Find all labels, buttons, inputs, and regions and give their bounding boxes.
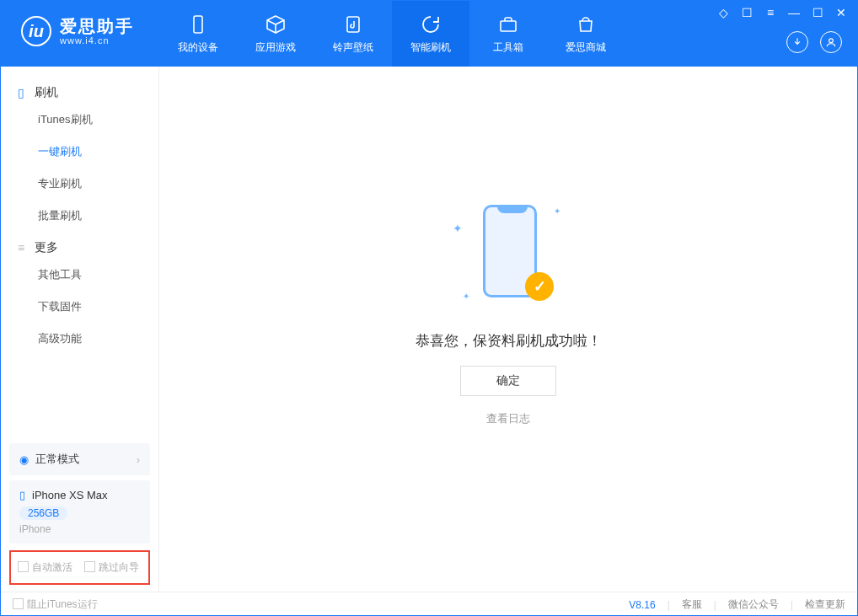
confirm-button[interactable]: 确定 [460,366,556,396]
sidebar-item-other[interactable]: 其他工具 [1,259,158,291]
mode-label: 正常模式 [35,452,79,467]
support-link[interactable]: 客服 [682,597,702,612]
tab-label: 铃声壁纸 [333,40,373,55]
menu-icon[interactable]: ≡ [763,6,778,19]
app-title: 爱思助手 [60,17,134,35]
sidebar-item-advanced[interactable]: 高级功能 [1,323,158,355]
group-label: 刷机 [35,85,58,100]
user-icon[interactable] [820,31,842,53]
mode-card[interactable]: ◉ 正常模式 › [9,443,150,475]
feedback-icon[interactable]: ☐ [739,6,754,19]
tab-label: 我的设备 [178,40,218,55]
sidebar-item-pro[interactable]: 专业刷机 [1,168,158,200]
bag-icon [575,13,597,35]
success-illustration: ✦ ✦ ✦ ✓ [458,198,559,316]
checkbox-block-itunes[interactable]: 阻止iTunes运行 [13,597,98,612]
skin-icon[interactable]: ◇ [716,6,731,19]
svg-rect-1 [347,17,359,32]
tab-label: 智能刷机 [410,40,451,55]
sidebar-item-batch[interactable]: 批量刷机 [1,200,158,232]
options-highlight: 自动激活 跳过向导 [9,550,150,585]
wechat-link[interactable]: 微信公众号 [728,597,779,612]
tab-smart-flash[interactable]: 智能刷机 [392,1,469,67]
download-icon[interactable] [786,31,808,53]
view-log-link[interactable]: 查看日志 [486,411,530,426]
sidebar-item-itunes[interactable]: iTunes刷机 [1,104,158,136]
device-card[interactable]: ▯ iPhone XS Max 256GB iPhone [9,480,150,544]
tab-apps[interactable]: 应用游戏 [237,1,314,67]
cube-icon [265,13,287,35]
toolbox-icon [497,13,519,35]
maximize-icon[interactable]: ☐ [810,6,825,19]
version-label: V8.16 [629,599,655,611]
device-capacity: 256GB [19,506,67,520]
check-update-link[interactable]: 检查更新 [805,597,845,612]
svg-rect-2 [501,21,516,31]
app-logo: iu 爱思助手 www.i4.cn [1,1,151,46]
svg-point-3 [829,39,834,43]
tab-store[interactable]: 爱思商城 [547,1,625,67]
tab-ringtones[interactable]: 铃声壁纸 [314,1,392,67]
device-name: iPhone XS Max [32,489,108,501]
success-message: 恭喜您，保资料刷机成功啦！ [416,331,602,351]
check-icon: ✓ [525,272,554,301]
sidebar-item-firmware[interactable]: 下载固件 [1,291,158,323]
tab-label: 应用游戏 [255,40,296,55]
phone-icon [187,13,209,35]
sidebar-item-oneclick[interactable]: 一键刷机 [1,136,158,168]
tab-label: 工具箱 [493,40,523,55]
device-small-icon: ▯ [14,86,28,99]
checkbox-skip-guide[interactable]: 跳过向导 [84,560,139,575]
tab-label: 爱思商城 [566,40,606,55]
mode-icon: ◉ [19,453,29,466]
logo-icon: iu [21,16,51,46]
music-file-icon [342,13,364,35]
close-icon[interactable]: ✕ [834,6,849,19]
app-subtitle: www.i4.cn [60,35,134,46]
group-label: 更多 [35,240,58,255]
device-type: iPhone [19,523,140,535]
device-small-icon: ▯ [19,489,25,501]
minimize-icon[interactable]: — [786,6,802,19]
sidebar-group-more: ≡ 更多 [1,232,158,259]
list-icon: ≡ [14,241,28,254]
checkbox-auto-activate[interactable]: 自动激活 [18,560,72,575]
svg-rect-0 [194,16,202,33]
tab-my-device[interactable]: 我的设备 [159,1,237,67]
tab-toolbox[interactable]: 工具箱 [469,1,547,67]
refresh-shield-icon [420,13,442,35]
sidebar-group-flash: ▯ 刷机 [1,77,158,104]
chevron-right-icon: › [137,453,140,466]
